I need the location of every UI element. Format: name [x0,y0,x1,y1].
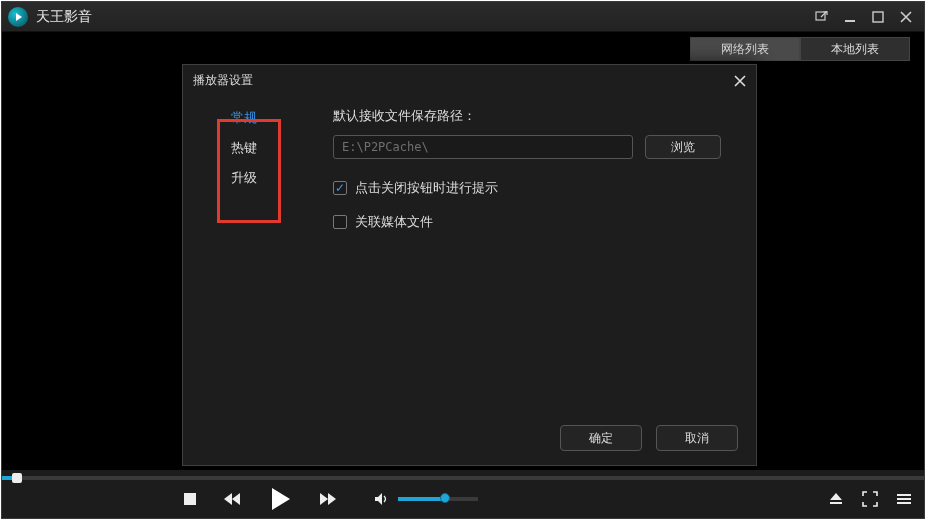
tab-local-list[interactable]: 本地列表 [800,37,910,61]
playlist-toggle-button[interactable] [896,492,912,506]
popout-button[interactable] [810,7,834,27]
rewind-button[interactable] [222,491,242,507]
app-title: 天王影音 [36,8,92,26]
svg-rect-0 [816,12,825,20]
settings-title: 播放器设置 [183,65,756,95]
forward-button[interactable] [318,491,338,507]
svg-rect-1 [845,20,855,22]
browse-button[interactable]: 浏览 [645,135,721,159]
svg-rect-4 [830,502,842,504]
titlebar: 天王影音 [2,2,924,32]
playlist-tabs: 网络列表 本地列表 [690,37,910,61]
checkbox-associate-media-label: 关联媒体文件 [355,213,433,231]
volume-slider[interactable] [398,497,478,501]
svg-rect-3 [184,493,196,505]
settings-sidebar: 常规 热键 升级 [201,95,287,193]
app-logo-icon [8,7,28,27]
tab-network-list[interactable]: 网络列表 [690,37,800,61]
checkbox-close-prompt-label: 点击关闭按钮时进行提示 [355,179,498,197]
cancel-button[interactable]: 取消 [656,425,738,451]
play-button[interactable] [266,485,294,513]
volume-icon[interactable] [374,492,390,506]
stop-button[interactable] [182,491,198,507]
settings-dialog: 播放器设置 常规 热键 升级 默认接收文件保存路径： E:\P2PCache\ … [182,64,757,466]
checkbox-associate-media[interactable] [333,215,347,229]
volume-fill [398,497,444,501]
settings-content: 默认接收文件保存路径： E:\P2PCache\ 浏览 点击关闭按钮时进行提示 … [333,107,738,247]
default-path-label: 默认接收文件保存路径： [333,107,738,125]
svg-rect-5 [897,494,911,496]
eject-button[interactable] [828,492,844,506]
minimize-button[interactable] [838,7,862,27]
app-window: 天王影音 网络列表 本地列表 播放器设置 常规 热键 [1,1,925,519]
maximize-button[interactable] [866,7,890,27]
settings-close-button[interactable] [730,71,750,91]
settings-footer: 确定 取消 [560,425,738,451]
fullscreen-button[interactable] [862,491,878,507]
sidebar-item-hotkeys[interactable]: 热键 [201,133,287,163]
sidebar-item-general[interactable]: 常规 [201,103,287,133]
player-controls [2,470,924,518]
svg-rect-7 [897,502,911,504]
checkbox-close-prompt[interactable] [333,181,347,195]
svg-rect-2 [873,12,883,22]
default-path-input[interactable]: E:\P2PCache\ [333,135,633,159]
ok-button[interactable]: 确定 [560,425,642,451]
volume-thumb[interactable] [440,493,450,503]
svg-rect-6 [897,498,911,500]
close-button[interactable] [894,7,918,27]
sidebar-item-upgrade[interactable]: 升级 [201,163,287,193]
